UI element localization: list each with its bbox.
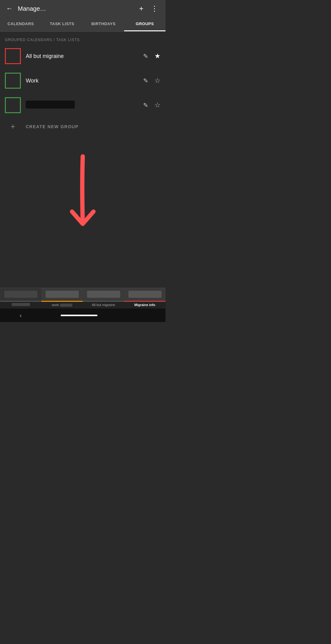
nav-back-chevron[interactable]: ‹ — [20, 312, 22, 319]
bottom-tab-all-but-migraine[interactable]: All but migraine — [83, 288, 124, 309]
bottom-tab-thumb — [0, 288, 41, 301]
bottom-tab-label-work: work — [41, 302, 83, 309]
create-new-group-button[interactable]: + CREATE NEW GROUP — [5, 122, 161, 131]
page-title: Manage… — [18, 5, 133, 12]
more-icon[interactable]: ⋮ — [148, 3, 161, 14]
create-plus-icon: + — [5, 122, 21, 131]
nav-bar: ‹ — [0, 309, 166, 322]
edit-icon[interactable]: ✎ — [143, 77, 148, 84]
tab-tasklists[interactable]: TASK LISTS — [41, 17, 83, 31]
top-bar-actions: + ⋮ — [137, 3, 161, 14]
tab-bar: CALENDARS TASK LISTS BIRTHDAYS GROUPS — [0, 17, 166, 32]
list-item: Work ✎ ☆ — [5, 73, 161, 89]
back-button[interactable]: ← — [5, 3, 14, 14]
action-icons: ✎ ☆ — [143, 77, 161, 85]
group-name: All but migraine — [26, 53, 138, 59]
bottom-tab-label — [0, 302, 41, 309]
group-color-box-green2 — [5, 97, 21, 113]
star-icon-empty2[interactable]: ☆ — [154, 101, 161, 109]
content-area: GROUPED CALENDARS / TASK LISTS All but m… — [0, 32, 166, 137]
group-name-redacted — [26, 101, 138, 110]
bottom-tab-thumb — [124, 288, 166, 301]
bottom-tab-label-all: All but migraine — [83, 302, 124, 309]
bottom-tab-label-migraine: Migraine info — [124, 302, 166, 309]
nav-home-indicator[interactable] — [61, 315, 97, 316]
add-icon[interactable]: + — [137, 3, 146, 14]
bottom-tab-thumb — [41, 288, 83, 301]
list-item: ✎ ☆ — [5, 97, 161, 113]
bottom-tab-thumb — [83, 288, 124, 301]
group-color-box-red — [5, 48, 21, 64]
tab-birthdays[interactable]: BIRTHDAYS — [83, 17, 124, 31]
bottom-tab-bar: work All but migraine Migraine info — [0, 288, 166, 309]
action-icons: ✎ ★ — [143, 52, 161, 60]
edit-icon[interactable]: ✎ — [143, 102, 148, 109]
bottom-tab-redacted1[interactable] — [0, 288, 41, 309]
top-bar: ← Manage… + ⋮ — [0, 0, 166, 17]
list-item: All but migraine ✎ ★ — [5, 48, 161, 64]
star-icon-empty[interactable]: ☆ — [154, 77, 161, 85]
bottom-tab-work[interactable]: work — [41, 288, 83, 309]
star-icon-filled[interactable]: ★ — [154, 52, 161, 60]
annotation-arrow — [49, 150, 110, 242]
group-color-box-green — [5, 73, 21, 89]
create-new-group-label: CREATE NEW GROUP — [26, 124, 78, 129]
tab-groups[interactable]: GROUPS — [124, 17, 166, 31]
action-icons: ✎ ☆ — [143, 101, 161, 109]
bottom-tab-migraine-info[interactable]: Migraine info — [124, 288, 166, 309]
section-label: GROUPED CALENDARS / TASK LISTS — [5, 38, 161, 42]
tab-calendars[interactable]: CALENDARS — [0, 17, 41, 31]
edit-icon[interactable]: ✎ — [143, 52, 148, 60]
group-name: Work — [26, 78, 138, 84]
